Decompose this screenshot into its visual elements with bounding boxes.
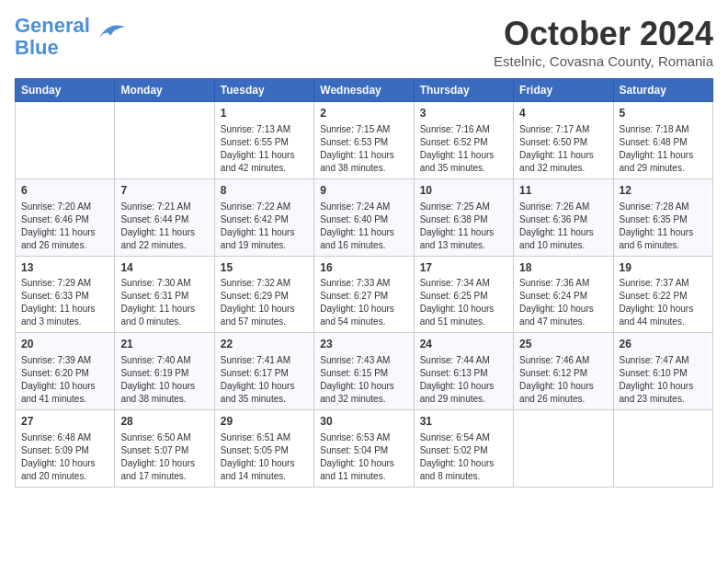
cell-day-number: 9 [320,183,407,199]
day-header-friday: Friday [514,79,613,102]
calendar-cell: 21Sunrise: 7:40 AM Sunset: 6:19 PM Dayli… [115,333,214,410]
cell-info: Sunrise: 7:22 AM Sunset: 6:42 PM Dayligh… [221,201,308,252]
cell-info: Sunrise: 7:21 AM Sunset: 6:44 PM Dayligh… [120,201,208,252]
calendar-cell: 15Sunrise: 7:32 AM Sunset: 6:29 PM Dayli… [214,256,313,333]
logo: GeneralBlue [15,15,125,59]
day-header-saturday: Saturday [613,79,712,102]
cell-info: Sunrise: 7:29 AM Sunset: 6:33 PM Dayligh… [21,277,108,328]
calendar-cell: 3Sunrise: 7:16 AM Sunset: 6:52 PM Daylig… [414,102,513,179]
cell-day-number: 5 [620,106,707,121]
cell-day-number: 4 [519,106,607,121]
cell-info: Sunrise: 7:28 AM Sunset: 6:35 PM Dayligh… [620,201,707,252]
cell-day-number: 16 [320,260,407,276]
cell-info: Sunrise: 7:13 AM Sunset: 6:55 PM Dayligh… [221,123,308,175]
cell-info: Sunrise: 7:37 AM Sunset: 6:22 PM Dayligh… [620,277,707,328]
cell-info: Sunrise: 7:34 AM Sunset: 6:25 PM Dayligh… [420,277,507,328]
calendar-cell [16,102,115,179]
cell-day-number: 11 [519,183,607,199]
calendar-cell: 25Sunrise: 7:46 AM Sunset: 6:12 PM Dayli… [514,333,613,410]
page-header: GeneralBlue October 2024 Estelnic, Covas… [15,15,713,69]
calendar-cell: 23Sunrise: 7:43 AM Sunset: 6:15 PM Dayli… [314,333,414,410]
cell-info: Sunrise: 6:51 AM Sunset: 5:05 PM Dayligh… [221,431,308,483]
cell-day-number: 23 [320,337,407,352]
calendar-cell: 11Sunrise: 7:26 AM Sunset: 6:36 PM Dayli… [514,178,613,256]
cell-day-number: 14 [120,260,208,276]
cell-day-number: 12 [620,183,707,199]
cell-info: Sunrise: 7:43 AM Sunset: 6:15 PM Dayligh… [320,354,407,406]
cell-day-number: 31 [420,414,507,430]
calendar-cell: 30Sunrise: 6:53 AM Sunset: 5:04 PM Dayli… [314,410,414,488]
calendar-cell: 13Sunrise: 7:29 AM Sunset: 6:33 PM Dayli… [16,256,115,333]
cell-day-number: 17 [420,260,507,276]
day-header-thursday: Thursday [414,79,513,102]
logo-bird-icon [92,19,125,45]
cell-info: Sunrise: 7:32 AM Sunset: 6:29 PM Dayligh… [221,277,308,328]
calendar-week-3: 13Sunrise: 7:29 AM Sunset: 6:33 PM Dayli… [16,256,713,333]
location-subtitle: Estelnic, Covasna County, Romania [494,53,713,69]
cell-day-number: 22 [221,337,308,352]
cell-day-number: 29 [221,414,308,430]
calendar-week-2: 6Sunrise: 7:20 AM Sunset: 6:46 PM Daylig… [16,178,713,256]
cell-day-number: 30 [320,414,407,430]
day-header-sunday: Sunday [16,79,115,102]
cell-day-number: 21 [120,337,208,352]
calendar-cell: 1Sunrise: 7:13 AM Sunset: 6:55 PM Daylig… [214,102,313,179]
calendar-cell: 5Sunrise: 7:18 AM Sunset: 6:48 PM Daylig… [613,102,712,179]
cell-info: Sunrise: 7:25 AM Sunset: 6:38 PM Dayligh… [420,201,507,252]
cell-day-number: 10 [420,183,507,199]
calendar-cell: 6Sunrise: 7:20 AM Sunset: 6:46 PM Daylig… [16,178,115,256]
calendar-cell: 29Sunrise: 6:51 AM Sunset: 5:05 PM Dayli… [214,410,313,488]
calendar-cell: 2Sunrise: 7:15 AM Sunset: 6:53 PM Daylig… [314,102,414,179]
calendar-cell: 7Sunrise: 7:21 AM Sunset: 6:44 PM Daylig… [115,178,214,256]
cell-day-number: 6 [21,183,108,199]
cell-info: Sunrise: 7:41 AM Sunset: 6:17 PM Dayligh… [221,354,308,406]
calendar-cell: 8Sunrise: 7:22 AM Sunset: 6:42 PM Daylig… [214,178,313,256]
cell-info: Sunrise: 7:47 AM Sunset: 6:10 PM Dayligh… [620,354,707,406]
cell-info: Sunrise: 7:33 AM Sunset: 6:27 PM Dayligh… [320,277,407,328]
cell-day-number: 25 [519,337,607,352]
calendar-cell: 24Sunrise: 7:44 AM Sunset: 6:13 PM Dayli… [414,333,513,410]
calendar-week-4: 20Sunrise: 7:39 AM Sunset: 6:20 PM Dayli… [16,333,713,410]
cell-info: Sunrise: 7:36 AM Sunset: 6:24 PM Dayligh… [519,277,607,328]
calendar-cell [115,102,214,179]
cell-day-number: 19 [620,260,707,276]
calendar-cell: 16Sunrise: 7:33 AM Sunset: 6:27 PM Dayli… [314,256,414,333]
calendar-cell: 19Sunrise: 7:37 AM Sunset: 6:22 PM Dayli… [613,256,712,333]
calendar-cell: 4Sunrise: 7:17 AM Sunset: 6:50 PM Daylig… [514,102,613,179]
cell-info: Sunrise: 7:44 AM Sunset: 6:13 PM Dayligh… [420,354,507,406]
calendar-body: 1Sunrise: 7:13 AM Sunset: 6:55 PM Daylig… [16,102,713,488]
cell-day-number: 3 [420,106,507,121]
cell-info: Sunrise: 7:26 AM Sunset: 6:36 PM Dayligh… [519,201,607,252]
cell-day-number: 24 [420,337,507,352]
cell-info: Sunrise: 7:24 AM Sunset: 6:40 PM Dayligh… [320,201,407,252]
cell-day-number: 2 [320,106,407,121]
cell-day-number: 26 [620,337,707,352]
cell-day-number: 1 [221,106,308,121]
logo-text: GeneralBlue [15,15,90,59]
cell-info: Sunrise: 6:54 AM Sunset: 5:02 PM Dayligh… [420,431,507,483]
calendar-cell: 20Sunrise: 7:39 AM Sunset: 6:20 PM Dayli… [16,333,115,410]
cell-day-number: 8 [221,183,308,199]
calendar-cell [514,410,613,488]
calendar-week-1: 1Sunrise: 7:13 AM Sunset: 6:55 PM Daylig… [16,102,713,179]
cell-day-number: 18 [519,260,607,276]
cell-day-number: 28 [120,414,208,430]
calendar-table: SundayMondayTuesdayWednesdayThursdayFrid… [15,78,713,488]
cell-info: Sunrise: 7:15 AM Sunset: 6:53 PM Dayligh… [320,123,407,175]
calendar-cell: 31Sunrise: 6:54 AM Sunset: 5:02 PM Dayli… [414,410,513,488]
calendar-header-row: SundayMondayTuesdayWednesdayThursdayFrid… [16,79,713,102]
calendar-cell: 14Sunrise: 7:30 AM Sunset: 6:31 PM Dayli… [115,256,214,333]
cell-info: Sunrise: 7:16 AM Sunset: 6:52 PM Dayligh… [420,123,507,175]
cell-info: Sunrise: 7:46 AM Sunset: 6:12 PM Dayligh… [519,354,607,406]
cell-info: Sunrise: 7:39 AM Sunset: 6:20 PM Dayligh… [21,354,108,406]
cell-info: Sunrise: 7:30 AM Sunset: 6:31 PM Dayligh… [120,277,208,328]
cell-day-number: 27 [21,414,108,430]
cell-info: Sunrise: 7:20 AM Sunset: 6:46 PM Dayligh… [21,201,108,252]
calendar-week-5: 27Sunrise: 6:48 AM Sunset: 5:09 PM Dayli… [16,410,713,488]
day-header-tuesday: Tuesday [214,79,313,102]
calendar-cell: 9Sunrise: 7:24 AM Sunset: 6:40 PM Daylig… [314,178,414,256]
cell-info: Sunrise: 7:17 AM Sunset: 6:50 PM Dayligh… [519,123,607,175]
month-title: October 2024 [494,15,713,53]
calendar-cell: 10Sunrise: 7:25 AM Sunset: 6:38 PM Dayli… [414,178,513,256]
cell-day-number: 15 [221,260,308,276]
